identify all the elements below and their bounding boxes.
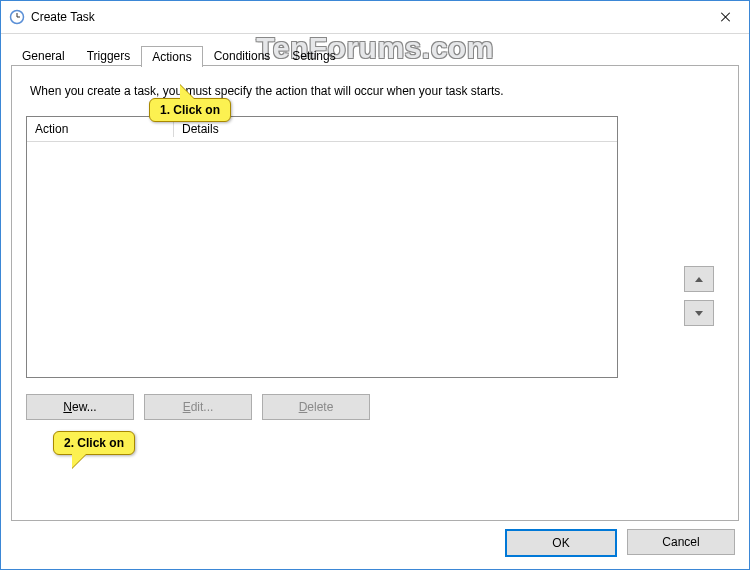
list-header: Action Details — [27, 117, 617, 142]
delete-button[interactable]: Delete — [262, 394, 370, 420]
tab-conditions[interactable]: Conditions — [203, 45, 282, 66]
move-down-button[interactable] — [684, 300, 714, 326]
arrow-down-icon — [695, 311, 703, 316]
edit-button[interactable]: Edit... — [144, 394, 252, 420]
instruction-text: When you create a task, you must specify… — [30, 84, 724, 98]
create-task-dialog: Create Task TenForums.com General Trigge… — [0, 0, 750, 570]
annotation-callout-2: 2. Click on — [53, 431, 135, 455]
close-icon — [721, 12, 731, 22]
dialog-footer: OK Cancel — [505, 529, 735, 557]
tab-settings[interactable]: Settings — [281, 45, 346, 66]
window-title: Create Task — [31, 10, 95, 24]
tab-general[interactable]: General — [11, 45, 76, 66]
tab-strip: General Triggers Actions Conditions Sett… — [11, 43, 739, 66]
annotation-text: 1. Click on — [160, 103, 220, 117]
close-button[interactable] — [703, 1, 749, 33]
ok-button[interactable]: OK — [505, 529, 617, 557]
action-buttons-row: New... Edit... Delete — [26, 394, 724, 420]
tab-triggers[interactable]: Triggers — [76, 45, 142, 66]
annotation-text: 2. Click on — [64, 436, 124, 450]
new-button[interactable]: New... — [26, 394, 134, 420]
task-scheduler-icon — [9, 9, 25, 25]
move-up-button[interactable] — [684, 266, 714, 292]
cancel-button[interactable]: Cancel — [627, 529, 735, 555]
reorder-buttons — [684, 266, 714, 326]
titlebar: Create Task — [1, 1, 749, 34]
column-header-details[interactable]: Details — [174, 122, 227, 136]
annotation-callout-1: 1. Click on — [149, 98, 231, 122]
column-header-action[interactable]: Action — [27, 122, 173, 136]
actions-listbox[interactable]: Action Details — [26, 116, 618, 378]
arrow-up-icon — [695, 277, 703, 282]
tab-actions[interactable]: Actions — [141, 46, 202, 67]
